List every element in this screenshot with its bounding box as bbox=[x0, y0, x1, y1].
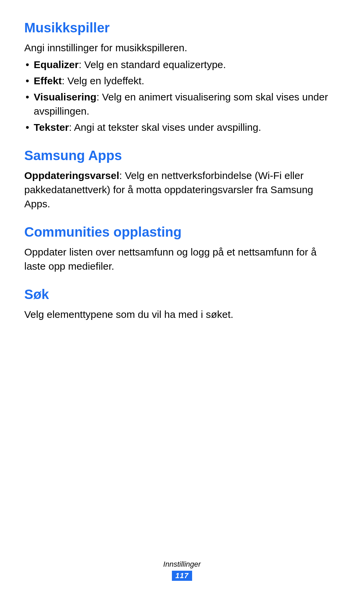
item-rest: : Velg en standard equalizertype. bbox=[79, 59, 226, 70]
item-rest: : Angi at tekster skal vises under avspi… bbox=[69, 122, 261, 133]
item-bold: Visualisering bbox=[34, 91, 96, 102]
item-bold: Tekster bbox=[34, 122, 69, 133]
bullet-list-musikkspiller: Equalizer: Velg en standard equalizertyp… bbox=[24, 58, 340, 135]
heading-musikkspiller: Musikkspiller bbox=[24, 20, 340, 35]
section-samsung-apps: Samsung Apps Oppdateringsvarsel: Velg en… bbox=[24, 148, 340, 211]
body-communities: Oppdater listen over nettsamfunn og logg… bbox=[24, 245, 340, 273]
page-number: 117 bbox=[172, 571, 192, 581]
footer: Innstillinger 117 bbox=[0, 560, 364, 581]
item-bold: Effekt bbox=[34, 75, 62, 86]
list-item: Effekt: Velg en lydeffekt. bbox=[24, 74, 340, 88]
section-communities: Communities opplasting Oppdater listen o… bbox=[24, 225, 340, 273]
item-rest: : Velg en lydeffekt. bbox=[62, 75, 144, 86]
list-item: Tekster: Angi at tekster skal vises unde… bbox=[24, 120, 340, 135]
heading-sok: Søk bbox=[24, 287, 340, 302]
list-item: Equalizer: Velg en standard equalizertyp… bbox=[24, 58, 340, 72]
footer-label: Innstillinger bbox=[0, 560, 364, 569]
intro-musikkspiller: Angi innstillinger for musikkspilleren. bbox=[24, 41, 340, 55]
heading-samsung-apps: Samsung Apps bbox=[24, 148, 340, 163]
body-bold: Oppdateringsvarsel bbox=[24, 170, 119, 181]
body-samsung-apps: Oppdateringsvarsel: Velg en nettverksfor… bbox=[24, 169, 340, 211]
body-sok: Velg elementtypene som du vil ha med i s… bbox=[24, 307, 340, 322]
section-musikkspiller: Musikkspiller Angi innstillinger for mus… bbox=[24, 20, 340, 135]
heading-communities: Communities opplasting bbox=[24, 225, 340, 240]
section-sok: Søk Velg elementtypene som du vil ha med… bbox=[24, 287, 340, 322]
item-bold: Equalizer bbox=[34, 59, 79, 70]
list-item: Visualisering: Velg en animert visualise… bbox=[24, 90, 340, 118]
